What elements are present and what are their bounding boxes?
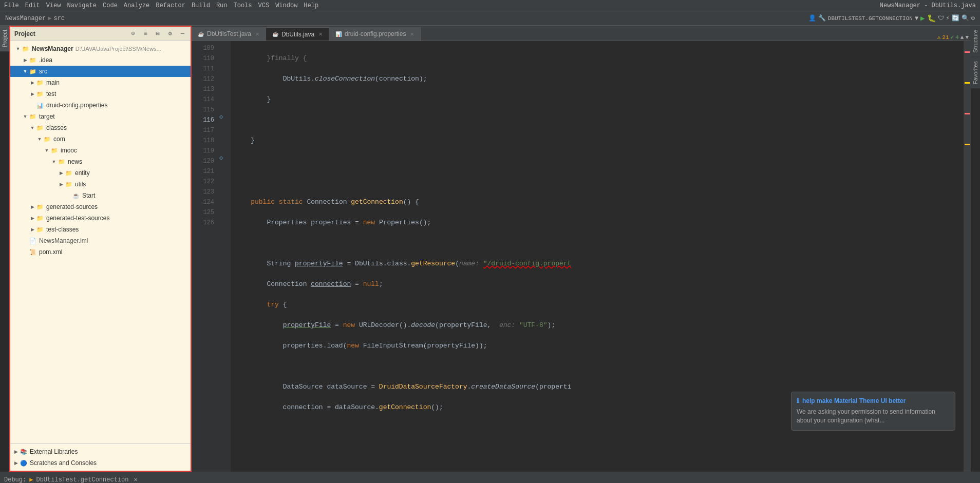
- line-num-125: 125: [192, 207, 214, 218]
- notification-title: ℹ help make Material Theme UI better: [797, 397, 950, 404]
- root-arrow[interactable]: ▼: [14, 46, 22, 51]
- tree-item-news[interactable]: ▼ 📁 news: [10, 156, 191, 167]
- scratches-arrow[interactable]: ▶: [12, 460, 20, 466]
- run-config-dropdown[interactable]: ▼: [915, 15, 918, 22]
- sidebar-tab-project[interactable]: Project: [0, 26, 9, 51]
- ext-libs-arrow[interactable]: ▶: [12, 449, 20, 454]
- menu-item-analyze[interactable]: Analyze: [124, 2, 149, 9]
- chevron-up-icon[interactable]: ▲: [960, 34, 964, 41]
- tree-item-scratches[interactable]: ▶ 🔵 Scratches and Consoles: [10, 457, 191, 469]
- tree-item-main[interactable]: ▶ 📁 main: [10, 77, 191, 88]
- news-arrow[interactable]: ▼: [50, 159, 58, 164]
- warnings-count: 21: [942, 34, 949, 41]
- dbutils-close[interactable]: ✕: [318, 31, 323, 37]
- main-arrow[interactable]: ▶: [29, 80, 36, 85]
- tree-item-entity[interactable]: ▶ 📁 entity: [10, 167, 191, 179]
- tools-icon[interactable]: 🔧: [818, 14, 826, 22]
- breadcrumb-sep1: ▶: [48, 14, 51, 22]
- sidebar-tab-favorites[interactable]: Favorites: [971, 57, 980, 88]
- gutter-icon-116[interactable]: ◇: [219, 113, 223, 121]
- gen-sources-arrow[interactable]: ▶: [29, 204, 36, 209]
- classes-arrow[interactable]: ▼: [29, 125, 36, 130]
- tree-item-pom[interactable]: ▶ 📜 pom.xml: [10, 246, 191, 258]
- menu-item-window[interactable]: Window: [275, 2, 297, 9]
- tab-dbutils[interactable]: ☕ DbUtils.java ✕: [266, 27, 329, 41]
- scratches-label: Scratches and Consoles: [30, 459, 97, 467]
- line-num-110: 110: [192, 53, 214, 64]
- menu-item-vcs[interactable]: VCS: [258, 2, 270, 9]
- tree-item-druid-config[interactable]: ▶ 📊 druid-config.properties: [10, 100, 191, 111]
- tree-item-test[interactable]: ▶ 📁 test: [10, 88, 191, 100]
- classes-folder-icon: 📁: [36, 124, 44, 132]
- menu-item-edit[interactable]: Edit: [25, 2, 40, 9]
- code-line-110: DbUtils.closeConnection(connection);: [235, 74, 959, 84]
- tree-item-root[interactable]: ▼ 📁 NewsManager D:\JAVA\JavaProject\SSM\…: [10, 43, 191, 54]
- menu-item-view[interactable]: View: [46, 2, 61, 9]
- tree-item-test-classes[interactable]: ▶ 📁 test-classes: [10, 224, 191, 235]
- panel-collapse-icon[interactable]: ⊟: [154, 30, 162, 38]
- menu-item-file[interactable]: File: [4, 2, 19, 9]
- run-button[interactable]: ▶: [920, 14, 925, 23]
- test-folder-icon: 📁: [36, 90, 44, 98]
- idea-arrow[interactable]: ▶: [22, 57, 29, 63]
- menu-item-refactor[interactable]: Refactor: [156, 2, 185, 9]
- tree-item-src[interactable]: ▼ 📁 src: [10, 66, 191, 77]
- tree-item-target[interactable]: ▼ 📁 target: [10, 111, 191, 122]
- search-button[interactable]: 🔍: [962, 14, 969, 22]
- chevron-down-icon[interactable]: ▼: [965, 34, 969, 41]
- menu-item-run[interactable]: Run: [216, 2, 228, 9]
- line-num-121: 121: [192, 166, 214, 177]
- utils-arrow[interactable]: ▶: [58, 182, 65, 187]
- panel-scroll-icon[interactable]: ≡: [141, 30, 149, 38]
- breadcrumb-newsmanager[interactable]: NewsManager: [5, 15, 46, 22]
- tree-item-ext-libs[interactable]: ▶ 📚 External Libraries: [10, 446, 191, 457]
- tree-item-idea[interactable]: ▶ 📁 .idea: [10, 54, 191, 66]
- reload-button[interactable]: 🔄: [952, 14, 959, 22]
- coverage-button[interactable]: 🛡: [938, 14, 944, 22]
- settings-button[interactable]: ⚙: [971, 14, 975, 22]
- iml-label: NewsManager.iml: [39, 237, 88, 244]
- test-classes-arrow[interactable]: ▶: [29, 227, 36, 232]
- debug-close-btn[interactable]: ✕: [134, 476, 137, 483]
- tree-item-gen-sources[interactable]: ▶ 📁 generated-sources: [10, 201, 191, 212]
- src-arrow[interactable]: ▼: [22, 69, 29, 74]
- com-arrow[interactable]: ▼: [36, 137, 43, 142]
- debug-button[interactable]: 🐛: [927, 14, 936, 23]
- menu-item-build[interactable]: Build: [192, 2, 210, 9]
- tree-item-classes[interactable]: ▼ 📁 classes: [10, 122, 191, 133]
- tree-item-newsmanager-iml[interactable]: ▶ 📄 NewsManager.iml: [10, 235, 191, 246]
- gen-test-arrow[interactable]: ▶: [29, 216, 36, 221]
- debug-run-icon[interactable]: ▶: [29, 476, 33, 483]
- profile-run-button[interactable]: ⚡: [946, 14, 950, 22]
- entity-arrow[interactable]: ▶: [58, 170, 65, 176]
- imooc-arrow[interactable]: ▼: [43, 148, 50, 153]
- project-panel-header: Project ⊙ ≡ ⊟ ⚙ —: [10, 27, 191, 41]
- gutter-icon-119[interactable]: ◇: [219, 154, 223, 162]
- tree-item-imooc[interactable]: ▼ 📁 imooc: [10, 145, 191, 156]
- breadcrumb-src[interactable]: src: [53, 15, 65, 22]
- tree-item-start[interactable]: ▶ ☕ Start: [10, 190, 191, 201]
- druid-config-close[interactable]: ✕: [410, 31, 414, 37]
- code-line-125: DataSource dataSource = DruidDataSourceF…: [235, 382, 959, 392]
- gen-test-label: generated-test-sources: [46, 215, 109, 222]
- dbutilstest-label: DbUtilsTest.java: [207, 30, 251, 37]
- test-arrow[interactable]: ▶: [29, 91, 36, 96]
- tree-item-com[interactable]: ▼ 📁 com: [10, 133, 191, 145]
- panel-close-icon[interactable]: —: [178, 30, 186, 38]
- tab-druid-config[interactable]: 📊 druid-config.properties ✕: [329, 27, 421, 41]
- panel-settings-icon[interactable]: ⚙: [166, 30, 174, 38]
- main-folder-icon: 📁: [36, 79, 44, 87]
- tab-dbutilstest[interactable]: ☕ DbUtilsTest.java ✕: [192, 27, 266, 41]
- sidebar-tab-structure[interactable]: Structure: [971, 26, 980, 57]
- dbutilstest-close[interactable]: ✕: [255, 31, 259, 37]
- profile-icon[interactable]: 👤: [808, 14, 816, 22]
- test-label: test: [46, 90, 56, 98]
- menu-item-navigate[interactable]: Navigate: [67, 2, 97, 9]
- tree-item-utils[interactable]: ▶ 📁 utils: [10, 179, 191, 190]
- target-arrow[interactable]: ▼: [22, 114, 29, 119]
- menu-item-help[interactable]: Help: [304, 2, 318, 9]
- menu-item-code[interactable]: Code: [103, 2, 118, 9]
- panel-scope-icon[interactable]: ⊙: [129, 30, 137, 38]
- tree-item-gen-test-sources[interactable]: ▶ 📁 generated-test-sources: [10, 212, 191, 224]
- menu-item-tools[interactable]: Tools: [234, 2, 252, 9]
